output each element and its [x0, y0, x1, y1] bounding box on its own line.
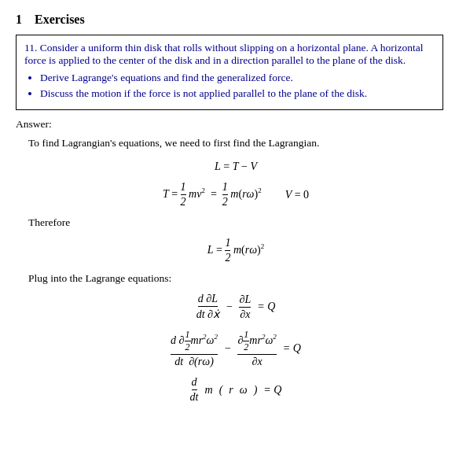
frac-half-3: 1 2: [225, 237, 230, 264]
eq-lagrange-general: d ∂L dt ∂ẋ − ∂L ∂x = Q: [28, 293, 443, 321]
frac-half-1: 1 2: [181, 181, 186, 208]
therefore-label: Therefore: [28, 216, 443, 229]
intro-line: To find Lagrangian's equations, we need …: [28, 137, 443, 149]
section-number: 1: [16, 13, 22, 26]
eq-L-final: L = 1 2 m(rω)2: [28, 237, 443, 264]
eq-T-V-row: T = 1 2 mv2 = 1 2 m(rω)2 V = 0: [28, 181, 443, 208]
problem-text: 11. Consider a uniform thin disk that ro…: [24, 42, 435, 67]
frac-d-dt-dT-drw: d ∂12mr2ω2 dt ∂(rω): [171, 329, 218, 368]
answer-label: Answer:: [16, 118, 443, 131]
problem-bullets: Derive Lagrange's equations and find the…: [40, 72, 435, 100]
frac-dL-dx: ∂L ∂x: [239, 293, 251, 321]
frac-d-dt-dL: d ∂L dt ∂ẋ: [196, 293, 219, 321]
eq-lagrange-simplified: d dt m(rω) = Q: [28, 376, 443, 404]
problem-description: Consider a uniform thin disk that rolls …: [24, 42, 424, 66]
eq-L-T-V: L = T − V: [28, 161, 443, 173]
frac-dT-dx: ∂12mr2ω2 ∂x: [237, 329, 276, 368]
plug-label: Plug into the Lagrange equations:: [28, 272, 443, 285]
problem-box: 11. Consider a uniform thin disk that ro…: [16, 35, 443, 110]
eq-V: V = 0: [285, 189, 309, 201]
bullet-1: Derive Lagrange's equations and find the…: [40, 72, 435, 84]
eq-lagrange-substituted: d ∂12mr2ω2 dt ∂(rω) − ∂12mr2ω2 ∂x = Q: [28, 329, 443, 368]
problem-number: 11.: [24, 42, 37, 54]
frac-half-2: 1 2: [222, 181, 228, 208]
eq-T: T = 1 2 mv2 = 1 2 m(rω)2: [163, 181, 262, 208]
section-heading: 1 Exercises: [16, 13, 443, 27]
frac-d-dt: d dt: [190, 376, 199, 404]
answer-content: To find Lagrangian's equations, we need …: [16, 137, 443, 404]
bullet-2: Discuss the motion if the force is not a…: [40, 87, 435, 100]
section-title: Exercises: [35, 13, 85, 26]
